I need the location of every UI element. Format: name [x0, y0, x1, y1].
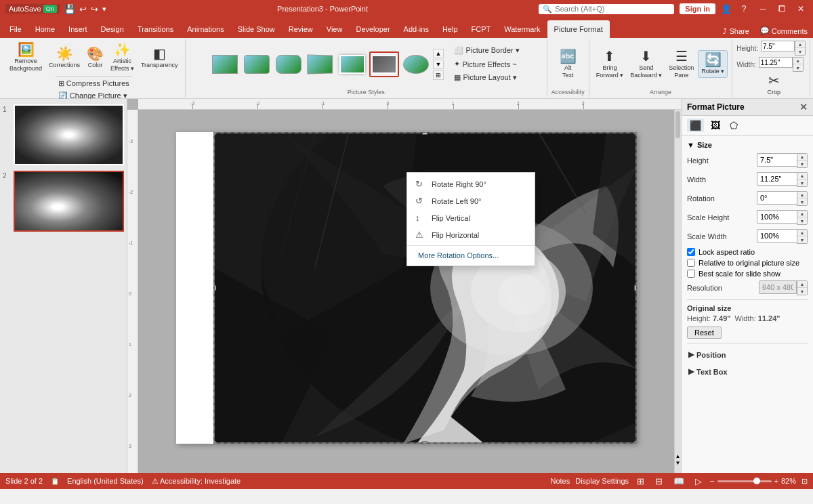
selection-pane-button[interactable]: ☰ SelectionPane	[666, 47, 696, 81]
handle-br[interactable]	[634, 441, 637, 444]
resolution-prop-down[interactable]: ▼	[797, 288, 807, 295]
panel-tab-size[interactable]: ⬛	[687, 119, 704, 132]
transparency-button[interactable]: ◧ Transparency	[138, 45, 181, 70]
more-rotation-options-item[interactable]: More Rotation Options...	[407, 248, 535, 263]
tab-animations[interactable]: Animations	[180, 20, 230, 38]
panel-close-button[interactable]: ✕	[799, 102, 808, 112]
scale-width-prop-spinner[interactable]: ▲ ▼	[797, 229, 808, 244]
slide-1-thumbnail[interactable]	[14, 104, 124, 165]
scale-height-prop-down[interactable]: ▼	[797, 217, 807, 224]
zoom-slider[interactable]	[717, 480, 772, 482]
handle-tr[interactable]	[634, 132, 637, 135]
panel-tab-effects[interactable]: ⬠	[727, 119, 741, 132]
slide-show-button[interactable]: ▷	[692, 475, 705, 488]
width-spinner[interactable]: ▲ ▼	[793, 57, 804, 72]
slide-2-thumbnail[interactable]	[14, 171, 124, 232]
slide-sorter-button[interactable]: ⊟	[652, 475, 665, 488]
tab-review[interactable]: Review	[282, 20, 320, 38]
search-box[interactable]: 🔍	[539, 4, 674, 14]
tab-fcpt[interactable]: FCPT	[465, 20, 498, 38]
picture-effects-button[interactable]: ✦ Picture Effects ~	[451, 58, 522, 70]
scale-height-prop-input[interactable]	[757, 210, 797, 224]
width-prop-up[interactable]: ▲	[797, 173, 807, 180]
tab-developer[interactable]: Developer	[349, 20, 396, 38]
normal-view-button[interactable]: ⊞	[634, 475, 647, 488]
rotation-prop-up[interactable]: ▲	[797, 192, 807, 198]
send-backward-button[interactable]: ⬇ SendBackward ▾	[627, 47, 665, 81]
handle-ml[interactable]	[213, 285, 216, 291]
panel-tab-picture[interactable]: 🖼	[708, 119, 723, 132]
artistic-effects-button[interactable]: ✨ ArtisticEffects ▾	[108, 41, 137, 75]
rotate-button[interactable]: 🔄 Rotate ▾	[698, 50, 728, 78]
tab-home[interactable]: Home	[28, 20, 62, 38]
sign-in-button[interactable]: Sign in	[680, 3, 715, 14]
color-button[interactable]: 🎨 Color	[84, 45, 106, 70]
scrollbar-thumb[interactable]	[675, 111, 680, 138]
styles-scroll-up[interactable]: ▲	[433, 49, 444, 58]
height-spinner[interactable]: ▲ ▼	[795, 41, 806, 56]
handle-mr[interactable]	[634, 285, 637, 291]
slide-2-item[interactable]: 2	[3, 171, 124, 232]
undo-icon[interactable]: ↩	[79, 4, 87, 14]
tab-watermark[interactable]: Watermark	[497, 20, 547, 38]
alt-text-button[interactable]: 🔤 AltText	[557, 47, 579, 81]
scale-width-prop-input[interactable]	[757, 229, 797, 243]
corrections-button[interactable]: ☀️ Corrections	[46, 45, 83, 70]
compress-pictures-button[interactable]: ⊞ Compress Pictures	[56, 78, 132, 89]
bring-forward-button[interactable]: ⬆ BringForward ▾	[593, 47, 627, 81]
tab-file[interactable]: File	[3, 20, 28, 38]
resolution-prop-input[interactable]	[759, 280, 797, 294]
width-prop-spinner[interactable]: ▲ ▼	[797, 172, 808, 187]
zoom-in-button[interactable]: +	[774, 477, 778, 485]
scroll-down-btn[interactable]: ▼	[675, 459, 681, 466]
picture-layout-button[interactable]: ▦ Picture Layout ▾	[451, 72, 522, 83]
zoom-out-button[interactable]: −	[710, 477, 714, 485]
styles-more[interactable]: ⊞	[433, 70, 444, 80]
picture-border-button[interactable]: ⬜ Picture Border ▾	[451, 45, 522, 56]
lock-aspect-checkbox[interactable]	[687, 248, 695, 256]
style-2[interactable]	[242, 51, 272, 77]
zoom-thumb[interactable]	[753, 478, 760, 484]
help-button[interactable]: ?	[737, 2, 751, 16]
tab-help[interactable]: Help	[436, 20, 465, 38]
scale-height-prop-up[interactable]: ▲	[797, 211, 807, 217]
rotation-prop-down[interactable]: ▼	[797, 198, 807, 205]
width-input[interactable]	[759, 57, 793, 68]
scale-width-prop-up[interactable]: ▲	[797, 230, 807, 236]
resolution-prop-spinner[interactable]: ▲ ▼	[797, 280, 808, 295]
reading-view-button[interactable]: 📖	[671, 475, 687, 488]
tab-picture-format[interactable]: Picture Format	[547, 20, 610, 38]
display-settings-button[interactable]: Display Settings	[575, 477, 629, 485]
height-prop-spinner[interactable]: ▲ ▼	[797, 153, 808, 168]
style-7[interactable]	[401, 51, 431, 77]
comments-button[interactable]: 💬 Comments	[755, 24, 813, 38]
tab-addins[interactable]: Add-ins	[397, 20, 436, 38]
restore-button[interactable]: ⧠	[775, 2, 789, 16]
handle-bl[interactable]	[213, 441, 216, 444]
width-prop-input[interactable]	[757, 172, 797, 186]
position-section-header[interactable]: ▶ Position	[687, 348, 808, 362]
size-section-header[interactable]: ▼ Size	[687, 141, 808, 149]
height-input[interactable]	[761, 41, 795, 51]
minimize-button[interactable]: ─	[756, 2, 770, 16]
search-input[interactable]	[555, 5, 663, 13]
style-6[interactable]	[369, 51, 399, 77]
reset-button[interactable]: Reset	[687, 327, 722, 339]
tab-transitions[interactable]: Transitions	[131, 20, 180, 38]
redo-icon[interactable]: ↪	[91, 4, 98, 14]
rotate-left-90-item[interactable]: ↺ Rotate Left 90°	[407, 192, 535, 209]
width-down[interactable]: ▼	[793, 64, 803, 71]
tab-insert[interactable]: Insert	[62, 20, 94, 38]
handle-bc[interactable]	[422, 441, 428, 444]
scale-height-prop-spinner[interactable]: ▲ ▼	[797, 210, 808, 225]
height-down[interactable]: ▼	[795, 48, 805, 55]
slide-1-item[interactable]: 1	[3, 104, 124, 165]
style-3[interactable]	[274, 51, 304, 77]
tab-slideshow[interactable]: Slide Show	[231, 20, 282, 38]
best-scale-checkbox[interactable]	[687, 270, 695, 278]
remove-background-button[interactable]: 🖼️ RemoveBackground	[7, 41, 45, 75]
height-prop-up[interactable]: ▲	[797, 154, 807, 161]
crop-button[interactable]: ✂ Crop	[763, 72, 785, 98]
rotate-right-90-item[interactable]: ↻ Rotate Right 90°	[407, 175, 535, 192]
style-4[interactable]	[306, 51, 335, 77]
